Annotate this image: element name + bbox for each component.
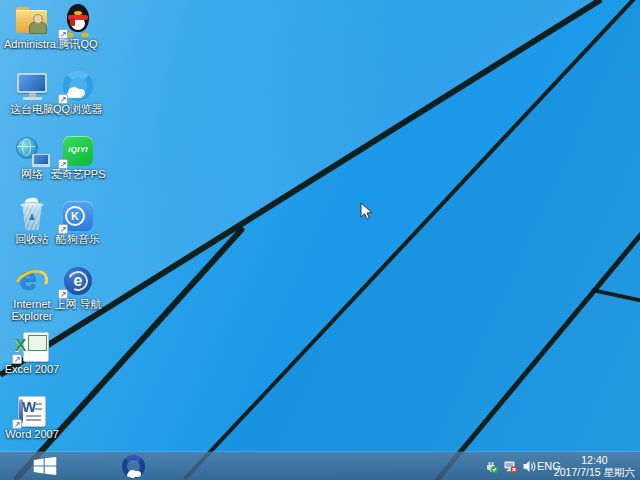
internet-explorer-icon: e (14, 266, 50, 297)
icon-label: Word 2007 (4, 429, 60, 441)
desktop-icon-excel-2007[interactable]: X Excel 2007 (4, 331, 60, 376)
desktop-icon-iqiyi-pps[interactable]: iQIYI 爱奇艺PPS (50, 136, 106, 181)
recycle-bin-icon (14, 201, 50, 232)
usb-safely-remove-icon[interactable] (484, 459, 499, 474)
icon-label: 酷狗音乐 (50, 234, 106, 246)
iqiyi-icon: iQIYI (60, 136, 96, 167)
taskbar-clock[interactable]: 12:40 2017/7/15 星期六 (554, 454, 635, 478)
desktop-icon-tencent-qq[interactable]: 腾讯QQ (50, 4, 106, 51)
network-disconnected-icon[interactable] (503, 459, 518, 474)
shortcut-arrow-icon (58, 159, 68, 169)
folder-user-icon (14, 6, 50, 37)
qq-browser-taskbar-button[interactable] (122, 455, 145, 478)
web-navigation-icon: e (60, 266, 96, 297)
icon-label: QQ浏览器 (50, 104, 106, 116)
shortcut-arrow-icon (12, 354, 22, 364)
desktop-icon-word-2007[interactable]: W Word 2007 (4, 396, 60, 441)
clock-date: 2017/7/15 星期六 (554, 466, 635, 478)
shortcut-arrow-icon (58, 224, 68, 234)
shortcut-arrow-icon (58, 94, 68, 104)
shortcut-arrow-icon (58, 289, 68, 299)
shortcut-arrow-icon (58, 29, 68, 39)
icon-label: 爱奇艺PPS (50, 169, 106, 181)
computer-icon (14, 71, 50, 102)
icon-label: Excel 2007 (4, 364, 60, 376)
start-button[interactable] (33, 457, 59, 475)
excel-icon: X (14, 331, 50, 362)
mouse-cursor (360, 202, 374, 226)
desktop-icon-qq-browser[interactable]: QQ浏览器 (50, 71, 106, 116)
cloud-icon (127, 473, 139, 477)
clock-time: 12:40 (554, 454, 635, 466)
desktop: Administra... 这台电脑 网络 回收站 e Internet Exp… (0, 0, 640, 480)
network-globe-icon (14, 136, 50, 167)
desktop-icon-kugou-music[interactable]: K 酷狗音乐 (50, 201, 106, 246)
windows-logo-icon (33, 457, 57, 475)
kugou-icon: K (60, 201, 96, 232)
qq-browser-icon (60, 71, 96, 102)
shortcut-arrow-icon (12, 419, 22, 429)
word-icon: W (14, 396, 50, 427)
volume-icon[interactable] (522, 459, 537, 474)
taskbar: ENG 12:40 2017/7/15 星期六 (0, 452, 640, 480)
icon-label: 腾讯QQ (50, 39, 106, 51)
icon-label: 上网 导航 (50, 299, 106, 311)
qq-penguin-icon (60, 4, 96, 37)
desktop-icon-web-navigation[interactable]: e 上网 导航 (50, 266, 106, 311)
